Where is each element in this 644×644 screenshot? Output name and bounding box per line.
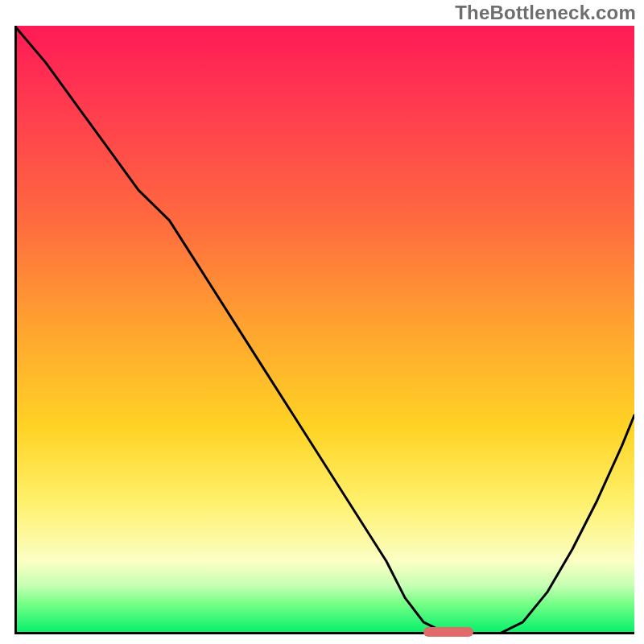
- plot-area: [14, 26, 634, 634]
- optimum-marker: [423, 627, 473, 637]
- bottleneck-chart: TheBottleneck.com: [0, 0, 644, 644]
- watermark-text: TheBottleneck.com: [455, 2, 636, 24]
- bottleneck-curve: [14, 26, 634, 634]
- curve-path: [14, 26, 634, 634]
